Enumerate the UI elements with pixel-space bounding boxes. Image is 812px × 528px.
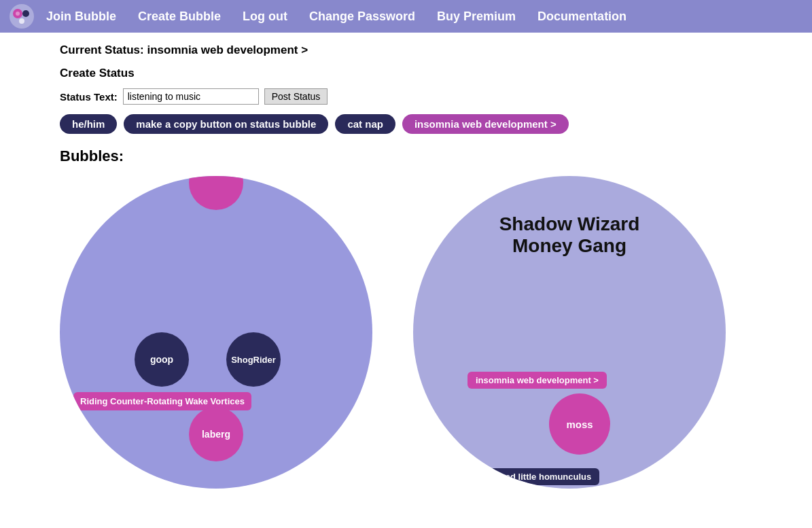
status-bubble-1[interactable]: make a copy button on status bubble: [124, 114, 328, 134]
create-bubble-link[interactable]: Create Bubble: [138, 10, 221, 24]
documentation-link[interactable]: Documentation: [537, 10, 626, 24]
node-moss[interactable]: moss: [549, 393, 610, 455]
main-content: Current Status: insomnia web development…: [0, 33, 812, 499]
node-goop[interactable]: goop: [135, 332, 189, 387]
svg-point-3: [19, 18, 24, 24]
create-status-heading: Create Status: [60, 67, 752, 80]
bubbles-heading: Bubbles:: [60, 147, 752, 165]
status-bubble-0[interactable]: he/him: [60, 114, 117, 134]
change-password-link[interactable]: Change Password: [309, 10, 415, 24]
svg-point-4: [16, 12, 20, 16]
status-text-input[interactable]: [123, 88, 259, 105]
logo-icon: [8, 3, 35, 30]
svg-point-2: [22, 10, 29, 17]
status-bubble-3[interactable]: insomnia web development >: [402, 114, 569, 134]
current-status: Current Status: insomnia web development…: [60, 43, 752, 57]
left-bubble-status-tag[interactable]: Riding Counter-Rotating Wake Vortices: [73, 392, 251, 410]
buy-premium-link[interactable]: Buy Premium: [437, 10, 516, 24]
nav-links: Join Bubble Create Bubble Log out Change…: [46, 10, 626, 24]
right-bubble-circle[interactable]: Shadow Wizard Money Gang insomnia web de…: [413, 176, 726, 489]
status-bubbles-row: he/him make a copy button on status bubb…: [60, 114, 752, 134]
status-form: Status Text: Post Status: [60, 88, 752, 105]
right-bubble-title: Shadow Wizard Money Gang: [495, 213, 644, 257]
post-status-button[interactable]: Post Status: [264, 88, 328, 105]
status-bubble-2[interactable]: cat nap: [335, 114, 395, 134]
node-laberg[interactable]: laberg: [189, 407, 243, 461]
node-shogrider[interactable]: ShogRider: [226, 332, 281, 387]
top-partial-node: [189, 176, 243, 210]
navbar: Join Bubble Create Bubble Log out Change…: [0, 0, 812, 33]
status-text-label: Status Text:: [60, 91, 118, 103]
left-bubble-circle[interactable]: goop ShogRider Riding Counter-Rotating W…: [60, 176, 372, 489]
right-bubble-bottom-tag[interactable]: Wretched little homunculus: [467, 468, 599, 485]
bubbles-area: goop ShogRider Riding Counter-Rotating W…: [60, 176, 752, 489]
svg-point-0: [10, 4, 34, 29]
join-bubble-link[interactable]: Join Bubble: [46, 10, 116, 24]
log-out-link[interactable]: Log out: [243, 10, 287, 24]
right-bubble-status-tag[interactable]: insomnia web development >: [467, 372, 607, 389]
